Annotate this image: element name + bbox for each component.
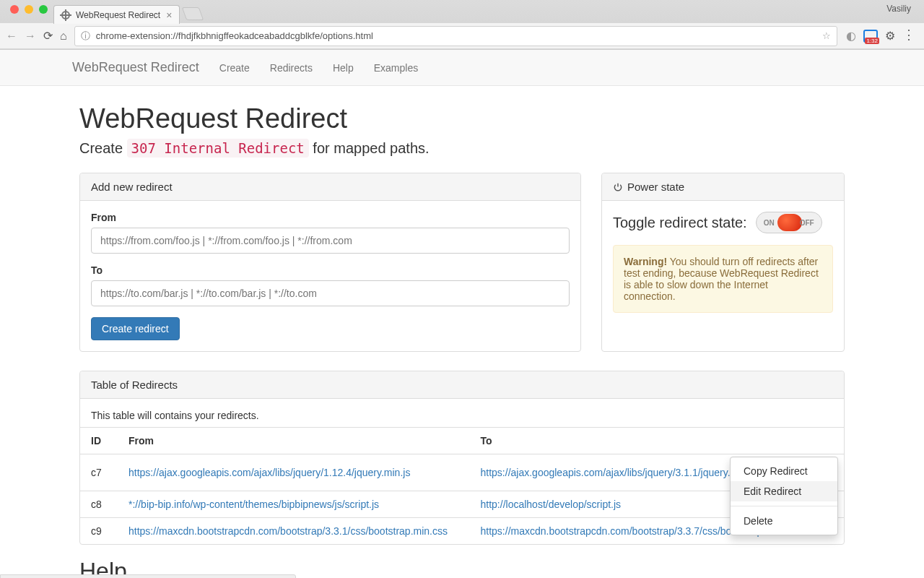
redirects-table-heading: Table of Redirects [80,371,844,399]
power-state-heading: Power state [602,173,844,201]
from-link[interactable]: https://maxcdn.bootstrapcdn.com/bootstra… [128,525,448,537]
redirects-table-panel: Table of Redirects This table will conta… [79,371,845,545]
extension-gear-icon [61,11,70,20]
address-url: chrome-extension://fhdjfkbhnigffeokadcea… [96,30,373,41]
window-close-icon[interactable] [10,5,19,14]
cell-from: https://ajax.googleapis.com/ajax/libs/jq… [118,454,470,491]
page-title: WebRequest Redirect [79,103,845,134]
tab-strip: WebRequest Redirect × Vasiliy [0,0,924,23]
to-link[interactable]: https://maxcdn.bootstrapcdn.com/bootstra… [481,525,763,537]
nav-reload-icon[interactable]: ⟳ [43,29,53,43]
col-from: From [118,428,470,454]
warning-strong: Warning! [624,256,667,267]
row-dropdown-menu: Copy RedirectEdit RedirectDelete [730,457,838,535]
from-link[interactable]: https://ajax.googleapis.com/ajax/libs/jq… [128,467,410,478]
col-to: To [470,428,783,454]
to-input[interactable] [91,280,570,306]
window-controls [6,0,53,23]
main-container: WebRequest Redirect Create 307 Internal … [79,86,845,578]
new-tab-button[interactable] [182,7,204,20]
lead-prefix: Create [79,140,127,156]
toggle-off-text: OFF [800,219,814,227]
browser-menu-icon[interactable]: ⋮ [902,27,917,43]
power-icon [613,182,623,192]
dropdown-item[interactable]: Delete [731,511,837,531]
browser-toolbar: ← → ⟳ ⌂ ⓘ chrome-extension://fhdjfkbhnig… [0,23,924,49]
from-link[interactable]: *://bip-bip.info/wp-content/themes/bipbi… [128,499,379,510]
extension-grey-icon[interactable]: ◐ [846,29,856,43]
toggle-knob [777,214,802,231]
profile-label[interactable]: Vasiliy [886,4,920,20]
table-header-row: ID From To [80,428,844,454]
bookmark-star-icon[interactable]: ☆ [822,30,831,41]
lead-suffix: for mapped paths. [309,140,430,156]
window-minimize-icon[interactable] [25,5,33,14]
redirect-toggle[interactable]: ON OFF [756,212,822,233]
window-zoom-icon[interactable] [39,5,48,14]
dropdown-divider [731,506,837,506]
address-bar[interactable]: ⓘ chrome-extension://fhdjfkbhnigffeokadc… [74,26,837,46]
dropdown-item[interactable]: Edit Redirect [731,481,837,501]
power-state-heading-text: Power state [627,181,684,193]
status-bar [0,574,296,578]
to-label: To [91,264,570,276]
from-input[interactable] [91,228,570,254]
add-redirect-panel: Add new redirect From To Create redirect [79,173,581,352]
page-lead: Create 307 Internal Redirect for mapped … [79,140,845,157]
extension-badge-icon[interactable] [863,30,878,43]
nav-home-icon[interactable]: ⌂ [60,30,67,43]
lead-code: 307 Internal Redirect [127,139,309,158]
dropdown-item[interactable]: Copy Redirect [731,461,837,481]
extensions-area: ◐ ⚙ ⋮ [845,28,918,44]
browser-chrome: WebRequest Redirect × Vasiliy ← → ⟳ ⌂ ⓘ … [0,0,924,50]
cell-from: https://maxcdn.bootstrapcdn.com/bootstra… [118,518,470,545]
to-link[interactable]: https://ajax.googleapis.com/ajax/libs/jq… [481,467,738,478]
nav-item-help[interactable]: Help [333,62,354,74]
to-link[interactable]: http://localhost/develop/script.js [481,499,622,510]
toggle-on-text: ON [764,219,775,227]
redirects-table-description: This table will contains your redirects. [91,410,833,421]
cell-from: *://bip-bip.info/wp-content/themes/bipbi… [118,491,470,518]
navbar-brand[interactable]: WebRequest Redirect [72,60,199,75]
site-info-icon[interactable]: ⓘ [81,30,90,43]
add-redirect-heading: Add new redirect [80,173,580,201]
power-state-panel: Power state Toggle redirect state: ON OF… [601,173,845,352]
page-viewport: WebRequest Redirect Create Redirects Hel… [0,50,924,578]
from-label: From [91,212,570,223]
nav-forward-icon: → [25,30,36,43]
col-id: ID [80,428,118,454]
browser-tab[interactable]: WebRequest Redirect × [53,5,180,24]
create-redirect-button[interactable]: Create redirect [91,317,180,340]
tab-close-icon[interactable]: × [166,9,172,21]
settings-gear-icon[interactable]: ⚙ [885,29,895,43]
nav-item-redirects[interactable]: Redirects [270,62,313,74]
nav-back-icon[interactable]: ← [6,30,17,43]
nav-item-create[interactable]: Create [219,62,250,74]
warning-alert: Warning! You should turn off redirects a… [613,245,833,313]
cell-id: c7 [80,454,118,491]
tab-title: WebRequest Redirect [76,10,160,20]
col-actions [783,428,844,454]
cell-id: c8 [80,491,118,518]
nav-item-examples[interactable]: Examples [374,62,418,74]
app-navbar: WebRequest Redirect Create Redirects Hel… [0,50,924,86]
toggle-label: Toggle redirect state: [613,215,747,231]
cell-id: c9 [80,518,118,545]
